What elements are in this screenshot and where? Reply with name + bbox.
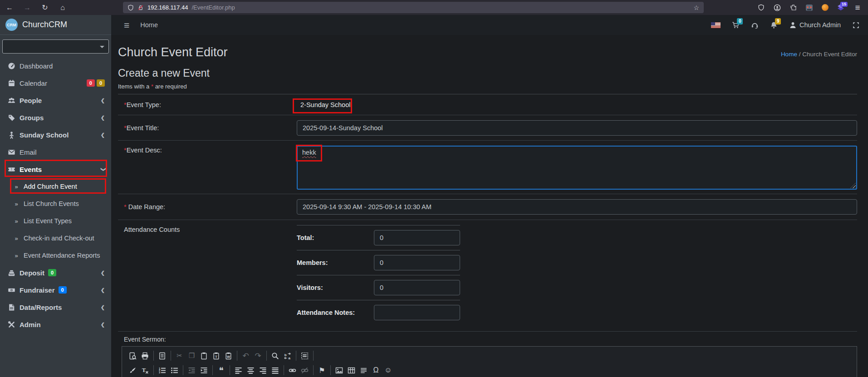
sidebar-item-people[interactable]: People ❮ [0, 92, 111, 109]
paste-word-button[interactable] [222, 350, 235, 362]
paste-button[interactable] [198, 350, 210, 362]
sidebar-item-check-in-out[interactable]: » Check-in and Check-out [0, 230, 111, 247]
forward-icon[interactable]: → [23, 4, 31, 12]
replace-button[interactable] [281, 350, 294, 362]
anchor-button[interactable]: ⚑ [316, 364, 328, 376]
image-button[interactable] [333, 364, 345, 376]
sidebar-item-data-reports[interactable]: Data/Reports ❮ [0, 299, 111, 316]
copy-button[interactable]: ❐ [186, 350, 198, 362]
align-left-button[interactable] [232, 364, 245, 376]
support-headset-icon[interactable] [751, 21, 759, 29]
link-button[interactable] [286, 364, 299, 376]
extension-badge: 15 [840, 2, 848, 7]
blockquote-button[interactable]: ❝ [215, 364, 227, 376]
people-icon [6, 97, 16, 104]
sidebar-item-email[interactable]: Email [0, 143, 111, 161]
fundraiser-badges: 0 [59, 286, 67, 294]
calendar-badges: 0 0 [87, 79, 105, 87]
notifications-bell-icon[interactable]: 9 [770, 21, 778, 29]
paste-text-button[interactable] [210, 350, 222, 362]
breadcrumb-home-link[interactable]: Home [781, 51, 797, 58]
attendance-notes-input[interactable] [374, 305, 460, 320]
extension-robot-icon[interactable] [806, 5, 813, 11]
account-icon[interactable] [774, 4, 781, 11]
preview-button[interactable] [127, 350, 139, 362]
user-menu[interactable]: Church Admin [789, 21, 841, 29]
bookmark-star-icon[interactable]: ☆ [693, 4, 699, 11]
redo-button[interactable]: ↷ [252, 350, 264, 362]
sidebar-item-sunday-school[interactable]: Sunday School ❮ [0, 126, 111, 143]
dashboard-icon [6, 62, 16, 70]
browser-shield-icon[interactable] [758, 4, 765, 11]
unlink-button[interactable] [299, 364, 311, 376]
event-sermon-label: Event Sermon: [118, 332, 857, 343]
members-input[interactable] [374, 255, 460, 270]
horizontal-rule-button[interactable] [358, 364, 370, 376]
toolbar-separator [183, 365, 183, 375]
table-button[interactable] [345, 364, 358, 376]
back-icon[interactable]: ← [5, 4, 14, 12]
insecure-lock-icon[interactable] [137, 5, 144, 11]
sidebar-item-fundraiser[interactable]: Fundraiser 0 ❮ [0, 281, 111, 299]
tools-icon [6, 321, 16, 328]
numbered-list-button[interactable] [156, 364, 168, 376]
fullscreen-icon[interactable] [852, 21, 860, 29]
extension-orange-icon[interactable] [822, 4, 829, 11]
sidebar-item-add-church-event[interactable]: » Add Church Event [0, 178, 111, 195]
remove-format-button[interactable] [139, 364, 151, 376]
event-type-label: *Event Type: [118, 101, 297, 108]
justify-button[interactable] [269, 364, 281, 376]
url-bar[interactable]: 192.168.117.44/EventEditor.php ☆ [123, 2, 704, 13]
align-right-button[interactable] [257, 364, 269, 376]
brand[interactable]: CRM ChurchCRM [0, 15, 111, 35]
extensions-puzzle-icon[interactable] [790, 4, 797, 11]
event-desc-row: *Event Desc: hekk [118, 140, 857, 194]
tracking-shield-icon[interactable] [128, 5, 134, 11]
sidebar-search-select[interactable] [2, 39, 109, 54]
find-button[interactable] [269, 350, 281, 362]
browser-toolbar: ← → ↻ ⌂ 192.168.117.44/EventEditor.php ☆… [0, 0, 868, 15]
outdent-button[interactable] [186, 364, 198, 376]
event-desc-textarea[interactable]: hekk [297, 146, 857, 190]
attendance-row: Attendance Counts Total: Members: Visito… [118, 220, 857, 331]
language-flag-icon[interactable] [711, 22, 721, 28]
sidebar-item-calendar[interactable]: Calendar 0 0 [0, 74, 111, 92]
content: Church Event Editor Home / Church Event … [111, 35, 868, 377]
home-icon[interactable]: ⌂ [59, 4, 67, 12]
print-button[interactable] [139, 350, 151, 362]
undo-button[interactable]: ↶ [240, 350, 252, 362]
smiley-button[interactable]: ☺ [382, 364, 394, 376]
sidebar-item-groups[interactable]: Groups ❮ [0, 109, 111, 126]
browser-nav-buttons: ← → ↻ ⌂ [5, 4, 67, 12]
sidebar-item-dashboard[interactable]: Dashboard [0, 57, 111, 74]
bulleted-list-button[interactable] [168, 364, 181, 376]
extension-layers-icon[interactable]: 15 [838, 4, 844, 11]
indent-button[interactable] [198, 364, 210, 376]
browser-menu-icon[interactable]: ≡ [853, 4, 862, 12]
select-all-button[interactable] [299, 350, 311, 362]
templates-button[interactable] [156, 350, 168, 362]
sidebar-toggle-icon[interactable]: ≡ [124, 20, 129, 30]
sidebar-item-deposit[interactable]: Deposit 0 ❮ [0, 264, 111, 281]
reload-icon[interactable]: ↻ [41, 4, 49, 12]
navbar-home-link[interactable]: Home [140, 21, 158, 29]
visitors-input[interactable] [374, 280, 460, 295]
date-range-input[interactable] [297, 199, 857, 215]
copy-formatting-button[interactable] [127, 364, 139, 376]
event-title-input[interactable] [297, 120, 857, 136]
cut-button[interactable]: ✂ [173, 350, 186, 362]
special-character-button[interactable]: Ω [370, 364, 382, 376]
envelope-icon [6, 148, 16, 156]
sidebar-item-events[interactable]: Events ❮ [0, 161, 111, 178]
sidebar-item-event-attendance-reports[interactable]: » Event Attendance Reports [0, 247, 111, 264]
align-center-button[interactable] [245, 364, 257, 376]
chevron-left-icon: ❮ [101, 287, 105, 293]
total-input[interactable] [374, 230, 460, 245]
cart-icon[interactable]: 0 [732, 21, 740, 29]
sidebar-item-admin[interactable]: Admin ❮ [0, 316, 111, 333]
sidebar-item-list-event-types[interactable]: » List Event Types [0, 212, 111, 230]
event-type-value[interactable]: 2-Sunday School [297, 101, 350, 108]
sidebar-item-list-church-events[interactable]: » List Church Events [0, 195, 111, 212]
attendance-members-row: Members: [297, 250, 460, 275]
chevron-left-icon: ❮ [101, 98, 105, 103]
